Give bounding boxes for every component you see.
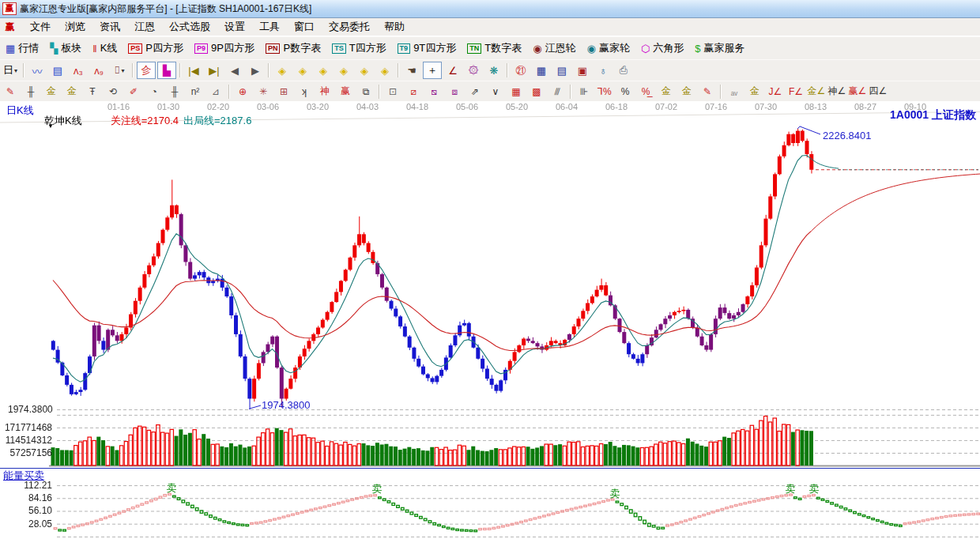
comb-grid-2-button[interactable]: ╫ — [164, 83, 185, 100]
angle-measure-button[interactable]: ∠ — [443, 62, 462, 79]
star-resistance-button[interactable]: ✳ — [253, 83, 273, 100]
gold-gate-2-button[interactable]: 金 — [62, 83, 82, 100]
n-square-button[interactable]: n² — [185, 83, 205, 100]
gold-bar-button[interactable]: 金 — [744, 83, 765, 100]
p-number-table-button[interactable]: PNP数字表 — [263, 40, 323, 56]
f-gate-button[interactable]: Ŧ — [82, 83, 103, 100]
comb-grid-button[interactable]: ╫ — [21, 83, 41, 100]
titlebar[interactable]: 赢 赢家江恩专业版[赢家内部服务平台] - [上证指数 SH1A0001-167… — [0, 0, 980, 18]
menu-item-browse[interactable]: 浏览 — [58, 18, 92, 36]
9t-square-button[interactable]: T99T四方形 — [395, 40, 459, 56]
qiankun-kline-button[interactable]: 㐱 — [137, 62, 156, 79]
zigzag-view-button[interactable]: 〰 — [28, 62, 47, 79]
crosshair-button[interactable]: ＋ — [423, 62, 442, 79]
brush-tool-button[interactable]: ✎ — [0, 83, 21, 100]
winner-wheel-button[interactable]: ◉赢家轮 — [585, 40, 632, 56]
gold-circle-button[interactable]: 金 — [656, 83, 677, 100]
kline-type-dropdown-icon[interactable]: ▼ — [47, 122, 54, 130]
hand-drag-button[interactable]: ☚ — [402, 62, 421, 79]
t-square-button[interactable]: TST四方形 — [330, 40, 388, 56]
box-tool-button[interactable]: ⊡ — [383, 83, 403, 100]
9p-square-button[interactable]: P99P四方形 — [192, 40, 257, 56]
zoom-out-diamond-button[interactable]: ◈ — [375, 62, 394, 79]
save-disk-button[interactable]: ▣ — [573, 62, 592, 79]
gann-wheel-button[interactable]: ◉江恩轮 — [530, 40, 578, 56]
prev-page-button[interactable]: ◀ — [225, 62, 244, 79]
shen-grid-button[interactable]: 神 — [315, 83, 335, 100]
k-measure-button[interactable]: ʞ — [294, 83, 315, 100]
toolbar-separator — [507, 63, 508, 77]
shen-angle-button[interactable]: 神∠ — [827, 83, 847, 100]
expand-h-button[interactable]: ◈ — [314, 62, 333, 79]
gold-gate-1-button[interactable]: 金 — [41, 83, 62, 100]
ying-angle-button[interactable]: 赢∠ — [847, 83, 868, 100]
menu-item-tools[interactable]: 工具 — [252, 18, 287, 36]
time-cycle-button[interactable]: ◔ — [144, 83, 164, 100]
sectors-button[interactable]: ▚板块 — [47, 40, 84, 56]
marker-pen-button[interactable]: ✐ — [123, 83, 144, 100]
menu-item-help[interactable]: 帮助 — [377, 18, 412, 36]
candle-style-button[interactable]: ⌷▾ — [110, 62, 129, 79]
flat-wave-button[interactable]: ₐᵥ — [724, 83, 744, 100]
kline-button[interactable]: ‖K线 — [90, 40, 119, 56]
next-page-button[interactable]: ▶ — [246, 62, 265, 79]
grid-box-button[interactable]: ⧈ — [444, 83, 465, 100]
cycle-tool-button[interactable]: ❋ — [484, 62, 503, 79]
angle-a-button[interactable]: ⊿ — [205, 83, 226, 100]
gann-target-button[interactable]: ⊕ — [232, 83, 253, 100]
percent-line-button[interactable]: %̲ — [635, 83, 656, 100]
slash-fan-button[interactable]: ⫻ — [547, 83, 567, 100]
notepad-button[interactable]: ▤ — [552, 62, 571, 79]
shift-right-button[interactable]: ◈ — [293, 62, 312, 79]
wave-9-button[interactable]: ʌ₉ — [89, 62, 108, 79]
si-angle-button[interactable]: 四∠ — [868, 83, 888, 100]
network-button[interactable]: ♁ — [594, 62, 612, 79]
shift-left-button[interactable]: ◈ — [273, 62, 292, 79]
printer-button[interactable]: ⎙ — [614, 62, 633, 79]
winner-service-button[interactable]: $赢家服务 — [692, 40, 747, 56]
v-wave-button[interactable]: ∨ — [485, 83, 506, 100]
red-fan-button[interactable]: ⧄ — [403, 83, 424, 100]
menu-item-news[interactable]: 资讯 — [92, 18, 127, 36]
menu-item-formula-stock-pick[interactable]: 公式选股 — [162, 18, 217, 36]
j-angle-button[interactable]: J∠ — [765, 83, 786, 100]
percent-75-button[interactable]: ⅂% — [594, 83, 615, 100]
menu-item-window[interactable]: 窗口 — [287, 18, 322, 36]
menu-item-trade-entrust[interactable]: 交易委托 — [322, 18, 377, 36]
percent-button[interactable]: % — [615, 83, 635, 100]
kline-period-label[interactable]: 日K线 — [6, 104, 34, 118]
menu-item-gann[interactable]: 江恩 — [127, 18, 162, 36]
menu-item-file[interactable]: 文件 — [23, 18, 58, 36]
trend-arrow-button[interactable]: ⇗ — [465, 83, 485, 100]
zoom-in-diamond-button[interactable]: ◈ — [355, 62, 374, 79]
p-square-button[interactable]: PSP四方形 — [126, 40, 186, 56]
ying-grid-button[interactable]: 赢 — [335, 83, 356, 100]
spiral-5-button[interactable]: ⟲ — [103, 83, 123, 100]
gold-angle-button[interactable]: 金∠ — [806, 83, 827, 100]
calendar-21-button[interactable]: ㉑ — [511, 62, 530, 79]
fan-box-button[interactable]: ⧅ — [424, 83, 444, 100]
volume-pane-button[interactable]: ▙ — [157, 62, 176, 79]
quotes-button[interactable]: ▦行情 — [3, 40, 41, 56]
gann-shape-button[interactable]: ۞ — [464, 62, 483, 79]
shen-angle-icon: 神∠ — [828, 85, 846, 98]
gold-line-button[interactable]: 金 — [677, 83, 697, 100]
first-page-button[interactable]: |◀ — [184, 62, 203, 79]
calculator-button[interactable]: ▦ — [532, 62, 551, 79]
last-page-button[interactable]: ▶| — [205, 62, 224, 79]
box-resistance-button[interactable]: ⊞ — [273, 83, 294, 100]
f-angle-button[interactable]: F∠ — [786, 83, 806, 100]
period-day-button[interactable]: 日▾ — [1, 62, 20, 79]
info-doc-button[interactable]: ▤ — [48, 62, 67, 79]
price-ruler-button[interactable]: ⧉ — [356, 83, 376, 100]
small-brush-button[interactable]: ✎ — [697, 83, 718, 100]
t-number-table-button[interactable]: TNT数字表 — [465, 40, 524, 56]
menu-item-settings[interactable]: 设置 — [217, 18, 252, 36]
main-chart-canvas[interactable] — [0, 101, 980, 539]
wave-3-button[interactable]: ʌ₃ — [69, 62, 88, 79]
hexagon-button[interactable]: ⬡六角形 — [639, 40, 686, 56]
grid-arrow-button[interactable]: ▩ — [526, 83, 547, 100]
percent-table-button[interactable]: ⊪ — [574, 83, 594, 100]
compress-h-button[interactable]: ◈ — [334, 62, 353, 79]
red-grid-button[interactable]: ▦ — [506, 83, 526, 100]
